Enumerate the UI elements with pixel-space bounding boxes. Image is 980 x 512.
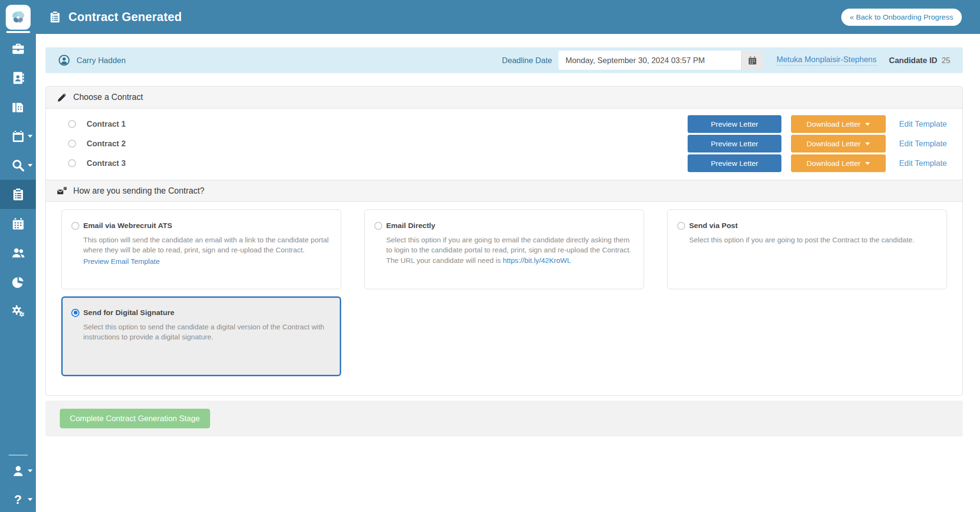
sidebar: ?	[0, 0, 36, 512]
sidebar-item-users[interactable]	[0, 238, 36, 267]
calendar-picker-button[interactable]	[741, 51, 763, 70]
question-mark-icon: ?	[14, 492, 22, 507]
contract-row: Contract 2 Preview Letter Download Lette…	[59, 134, 951, 153]
option-title: Email Directly	[386, 221, 435, 230]
option-email-via-ats[interactable]: Email via Webrecruit ATS This option wil…	[61, 209, 341, 289]
sidebar-item-events[interactable]	[0, 209, 36, 238]
option-radio[interactable]	[71, 222, 79, 230]
candidate-name-group: Carry Hadden	[58, 54, 126, 66]
contract-row: Contract 3 Preview Letter Download Lette…	[59, 153, 951, 173]
calendar-grid-icon	[11, 217, 25, 231]
clipboard-icon	[48, 11, 62, 24]
contract-actions: Preview Letter Download Letter Edit Temp…	[688, 115, 951, 133]
pie-chart-icon	[11, 275, 25, 289]
option-description: Select this option if you are going to e…	[386, 235, 632, 265]
candidate-info-bar: Carry Hadden Deadline Date Metuka Monpla…	[45, 47, 963, 73]
preview-letter-button[interactable]: Preview Letter	[688, 135, 781, 153]
back-to-onboarding-button[interactable]: « Back to Onboarding Progress	[841, 9, 962, 26]
address-book-icon	[11, 71, 25, 85]
option-description: Select this option to send the candidate…	[83, 322, 329, 342]
edit-template-link[interactable]: Edit Template	[899, 120, 951, 129]
contract-row: Contract 1 Preview Letter Download Lette…	[59, 114, 951, 134]
mail-bulk-icon	[56, 185, 67, 196]
gears-icon	[11, 304, 25, 318]
calendar-icon	[747, 55, 757, 65]
contract-radio[interactable]	[68, 120, 76, 128]
app-window: ? Contract Generated « Back to Onboardin…	[0, 0, 980, 512]
complete-stage-button[interactable]: Complete Contract Generation Stage	[60, 409, 210, 428]
option-head: Email via Webrecruit ATS	[71, 221, 329, 230]
download-letter-button[interactable]: Download Letter	[791, 115, 886, 133]
sidebar-nav	[0, 34, 36, 326]
contract-label: Contract 3	[87, 159, 126, 168]
sidebar-item-reports[interactable]	[0, 267, 36, 296]
butterfly-icon	[9, 8, 28, 27]
deadline-date-input[interactable]	[558, 51, 741, 70]
contract-label: Contract 1	[87, 120, 126, 129]
contract-radio[interactable]	[68, 159, 76, 167]
sidebar-item-settings[interactable]	[0, 296, 36, 326]
preview-letter-button[interactable]: Preview Letter	[688, 115, 781, 133]
candidate-bar-right: Deadline Date Metuka Monplaisir-Stephens…	[502, 51, 950, 70]
chevron-down-icon	[28, 135, 33, 138]
calendar-icon	[11, 129, 25, 143]
edit-template-link[interactable]: Edit Template	[899, 159, 951, 168]
sidebar-bottom: ?	[0, 455, 36, 512]
users-icon	[11, 246, 25, 260]
contract-panel: Choose a Contract Contract 1 Preview Let…	[45, 86, 963, 396]
app-logo[interactable]	[0, 0, 36, 34]
user-circle-icon	[58, 54, 70, 66]
option-email-directly[interactable]: Email Directly Select this option if you…	[364, 209, 644, 289]
candidate-portal-url-link[interactable]: https://bit.ly/42KroWL	[503, 256, 571, 264]
sidebar-item-fax-documents[interactable]	[0, 92, 36, 121]
contract-label: Contract 2	[87, 139, 126, 148]
choose-contract-header: Choose a Contract	[46, 87, 962, 109]
option-radio[interactable]	[374, 222, 382, 230]
sidebar-item-search-menu[interactable]	[0, 151, 36, 180]
deadline-date-group	[558, 51, 763, 70]
sidebar-item-account[interactable]	[0, 458, 36, 483]
option-radio[interactable]	[677, 222, 685, 230]
section-title: Choose a Contract	[73, 92, 143, 102]
option-radio[interactable]	[71, 309, 79, 317]
option-digital-signature[interactable]: Send for Digital Signature Select this o…	[61, 296, 341, 376]
preview-email-template-link[interactable]: Preview Email Template	[83, 257, 160, 265]
contract-actions: Preview Letter Download Letter Edit Temp…	[688, 135, 951, 153]
download-letter-label: Download Letter	[807, 140, 861, 148]
user-icon	[11, 464, 25, 478]
candidate-name: Carry Hadden	[77, 56, 126, 65]
sidebar-item-onboarding[interactable]	[0, 180, 36, 209]
candidate-id-label: Candidate ID	[889, 56, 937, 65]
deadline-date-label: Deadline Date	[502, 56, 552, 65]
option-description: This option will send the candidate an e…	[83, 235, 329, 255]
option-send-via-post[interactable]: Send via Post Select this option if you …	[667, 209, 947, 289]
title-wrap: Contract Generated	[48, 10, 182, 24]
download-letter-button[interactable]: Download Letter	[791, 135, 886, 153]
option-title: Send for Digital Signature	[83, 308, 174, 317]
chevron-down-icon	[865, 142, 870, 145]
main-content: Carry Hadden Deadline Date Metuka Monpla…	[36, 34, 980, 512]
sidebar-item-jobs[interactable]	[0, 34, 36, 63]
sending-method-header: How are you sending the Contract?	[46, 180, 962, 202]
option-head: Send via Post	[677, 221, 935, 230]
preview-letter-button[interactable]: Preview Letter	[688, 154, 781, 172]
chevron-down-icon	[28, 498, 33, 501]
option-title: Email via Webrecruit ATS	[83, 221, 172, 230]
clipboard-icon	[11, 187, 25, 202]
butterfly-logo-icon	[6, 5, 31, 30]
chevron-down-icon	[28, 469, 33, 472]
contracts-list: Contract 1 Preview Letter Download Lette…	[46, 109, 962, 180]
chevron-down-icon	[28, 164, 33, 167]
edit-template-link[interactable]: Edit Template	[899, 139, 951, 148]
sidebar-item-help[interactable]: ?	[0, 487, 36, 512]
search-icon	[11, 158, 25, 173]
sidebar-item-calendar-menu[interactable]	[0, 121, 36, 151]
action-footer: Complete Contract Generation Stage	[45, 401, 963, 436]
chevron-down-icon	[865, 123, 870, 126]
sidebar-item-candidates[interactable]	[0, 63, 36, 92]
owner-link[interactable]: Metuka Monplaisir-Stephens	[777, 55, 877, 65]
pen-icon	[56, 92, 67, 103]
download-letter-button[interactable]: Download Letter	[791, 154, 886, 172]
page-title: Contract Generated	[68, 10, 182, 24]
contract-radio[interactable]	[68, 140, 76, 148]
